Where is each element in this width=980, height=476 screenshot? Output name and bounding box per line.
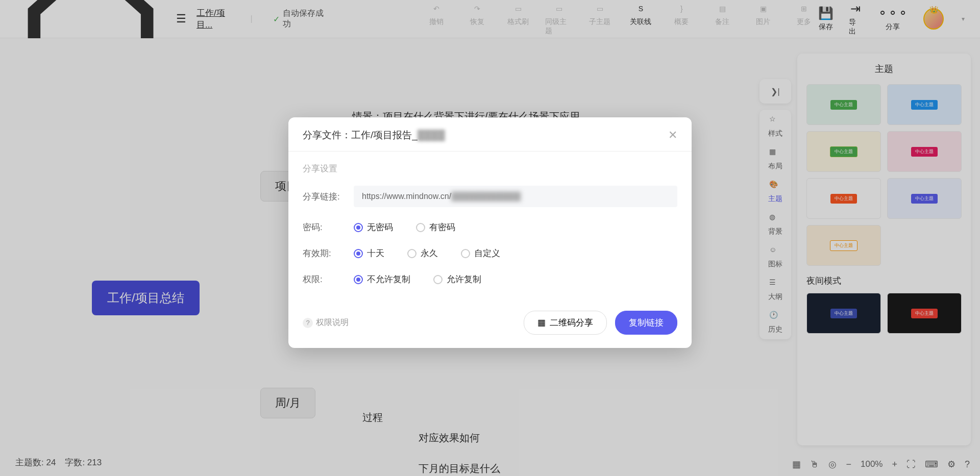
permission-help-link[interactable]: ?权限说明 xyxy=(303,317,349,328)
radio-icon xyxy=(354,249,363,258)
modal-overlay[interactable]: 分享文件：工作/项目报告_████ ✕ 分享设置 分享链接: https://w… xyxy=(0,0,980,476)
permission-label: 权限: xyxy=(303,273,354,285)
copy-link-button[interactable]: 复制链接 xyxy=(615,311,677,335)
radio-icon xyxy=(416,223,425,232)
radio-has-password[interactable]: 有密码 xyxy=(416,221,455,233)
radio-allow-copy[interactable]: 允许复制 xyxy=(433,273,481,285)
close-icon[interactable]: ✕ xyxy=(668,129,677,142)
question-icon: ? xyxy=(303,318,313,328)
radio-icon xyxy=(461,249,470,258)
radio-icon xyxy=(354,223,363,232)
radio-no-password[interactable]: 无密码 xyxy=(354,221,393,233)
share-link-input[interactable]: https://www.mindnow.cn/████████████ xyxy=(354,186,677,207)
validity-label: 有效期: xyxy=(303,247,354,259)
radio-forever[interactable]: 永久 xyxy=(407,247,438,259)
radio-icon xyxy=(433,275,443,284)
modal-title: 分享文件：工作/项目报告_████ xyxy=(303,129,445,142)
password-label: 密码: xyxy=(303,221,354,233)
radio-icon xyxy=(354,275,363,284)
qrcode-icon: ▦ xyxy=(537,317,546,328)
share-modal: 分享文件：工作/项目报告_████ ✕ 分享设置 分享链接: https://w… xyxy=(288,117,692,348)
radio-custom[interactable]: 自定义 xyxy=(461,247,500,259)
share-settings-title: 分享设置 xyxy=(303,163,677,174)
link-label: 分享链接: xyxy=(303,191,354,203)
qrcode-share-button[interactable]: ▦二维码分享 xyxy=(524,311,607,335)
radio-icon xyxy=(407,249,416,258)
radio-no-copy[interactable]: 不允许复制 xyxy=(354,273,410,285)
radio-ten-days[interactable]: 十天 xyxy=(354,247,384,259)
